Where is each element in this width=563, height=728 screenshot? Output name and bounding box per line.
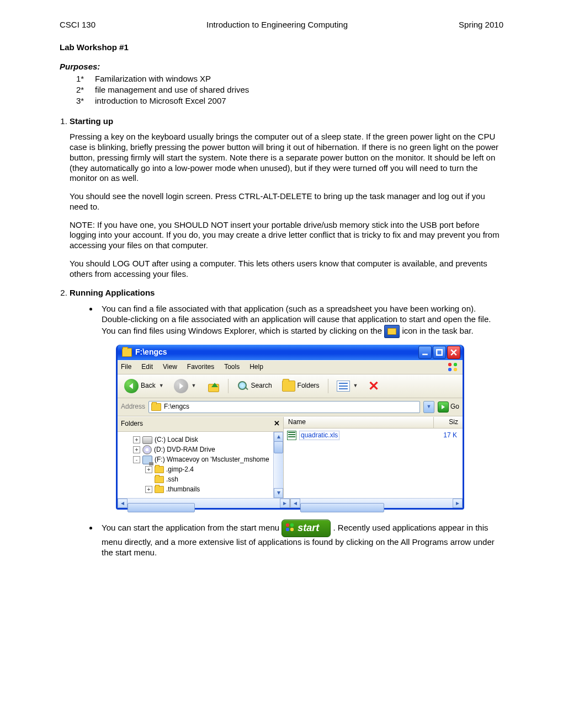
expand-icon[interactable]: + [145,486,152,493]
menu-view[interactable]: View [163,363,177,371]
tree-label: .thumbnails [166,485,200,494]
maximize-button[interactable] [433,346,446,359]
scroll-thumb[interactable] [300,503,384,512]
folder-icon [151,403,161,411]
folders-button[interactable]: Folders [279,379,323,393]
tree-item-thumbnails[interactable]: +.thumbnails [121,485,271,495]
bullet-text: You can start the application from the s… [102,523,282,532]
horizontal-scrollbar[interactable]: ◂ ▸ [118,498,290,508]
purpose-text: Familarization with windows XP [95,74,211,84]
folder-icon [155,486,164,493]
tree-label: .ssh [166,475,178,484]
explorer-window: F:\engcs File Edit View Favorites Tools [116,345,464,510]
up-folder-icon [206,379,220,393]
svg-rect-1 [437,350,442,355]
purposes-list: 1*Familarization with windows XP 2*file … [60,74,503,106]
scroll-right-icon[interactable]: ▸ [453,499,463,508]
menu-help[interactable]: Help [249,363,263,371]
chevron-down-icon[interactable]: ▼ [353,383,358,389]
menu-edit[interactable]: Edit [141,363,153,371]
chevron-down-icon[interactable]: ▼ [192,383,196,389]
back-button[interactable]: Back ▼ [121,377,167,395]
expand-icon[interactable]: + [133,446,140,453]
minimize-button[interactable] [418,346,432,359]
address-label: Address [121,403,145,411]
course-code: CSCI 130 [60,20,95,30]
paragraph: You should see the novell login screen. … [70,191,503,212]
tree-item-ssh[interactable]: .ssh [121,475,271,485]
start-menu-button[interactable]: start [282,520,331,538]
excel-file-icon [287,431,296,440]
purpose-num: 2* [76,85,95,95]
course-title: Introduction to Engineering Computing [206,20,348,30]
bullet-item: You can find a file associated with that… [98,304,503,510]
search-button[interactable]: Search [233,378,275,394]
tree-item-c[interactable]: +(C:) Local Disk [121,435,271,445]
file-name[interactable]: quadratic.xls [299,431,339,440]
folder-icon [155,476,164,483]
menubar: File Edit View Favorites Tools Help [118,360,463,374]
separator [228,379,229,393]
file-row[interactable]: quadratic.xls 17 K [287,431,459,441]
purpose-text: introduction to Microsoft Excel 2007 [95,96,226,106]
close-pane-icon[interactable]: ✕ [274,419,280,428]
vertical-scrollbar[interactable]: ▴ ▾ [273,432,283,498]
chevron-down-icon[interactable]: ▼ [159,383,164,389]
scroll-left-icon[interactable]: ◂ [290,499,300,508]
purpose-text: file management and use of shared drives [95,85,249,95]
scroll-down-icon[interactable]: ▾ [274,488,283,498]
tree-label: (D:) DVD-RAM Drive [154,446,215,454]
network-drive-icon [142,456,152,464]
bullet-text: icon in the task bar. [402,325,473,335]
menu-tools[interactable]: Tools [224,363,240,371]
page-header: CSCI 130 Introduction to Engineering Com… [60,20,503,30]
tree-item-d[interactable]: +(D:) DVD-RAM Drive [121,445,271,455]
chevron-down-icon: ▼ [427,404,432,410]
svg-rect-0 [422,354,428,355]
windows-flag-icon [447,362,459,372]
up-button[interactable] [203,378,223,394]
bullet-item: You can start the application from the s… [98,520,503,558]
disk-icon [142,436,152,444]
tree-label: (F:) Wmacevoy on 'Mscluster_mshome [155,456,269,464]
titlebar[interactable]: F:\engcs [118,345,463,360]
menu-favorites[interactable]: Favorites [187,363,214,371]
menu-file[interactable]: File [121,363,131,371]
col-size[interactable]: Siz [434,417,463,428]
address-input[interactable]: F:\engcs [148,401,420,413]
tree-item-f[interactable]: -(F:) Wmacevoy on 'Mscluster_mshome [121,455,271,465]
expand-icon[interactable]: + [145,466,152,473]
go-label: Go [450,403,459,411]
folders-pane-title: Folders [121,420,143,428]
address-bar: Address F:\engcs ▼ Go [118,398,463,416]
document-title: Lab Workshop #1 [60,42,503,53]
section-running-apps: Running Applications You can find a file… [70,288,503,558]
delete-button[interactable]: ✕ [365,376,383,396]
collapse-icon[interactable]: - [133,456,140,463]
col-name[interactable]: Name [284,417,434,428]
search-label: Search [251,382,272,390]
horizontal-scrollbar[interactable]: ◂ ▸ [290,498,463,508]
scroll-thumb[interactable] [274,441,283,453]
start-label: start [298,522,319,533]
expand-icon[interactable]: + [133,436,140,443]
forward-button[interactable]: ▼ [171,377,200,395]
tree-item-gimp[interactable]: +.gimp-2.4 [121,465,271,475]
folders-label: Folders [298,382,320,390]
scroll-right-icon[interactable]: ▸ [280,499,290,508]
folder-tree: +(C:) Local Disk +(D:) DVD-RAM Drive -(F… [118,432,273,498]
scroll-thumb[interactable] [128,503,195,512]
back-label: Back [141,382,156,390]
go-button[interactable]: Go [438,402,459,413]
section-starting-up: Starting up Pressing a key on the keyboa… [70,116,503,280]
folder-icon [122,348,132,357]
file-size: 17 K [443,431,459,440]
views-button[interactable]: ▼ [333,379,362,393]
scroll-left-icon[interactable]: ◂ [118,499,128,508]
toolbar: Back ▼ ▼ Search [118,374,463,398]
section-title: Starting up [70,116,113,126]
scroll-up-icon[interactable]: ▴ [274,432,283,442]
forward-arrow-icon [174,379,188,393]
address-dropdown[interactable]: ▼ [423,401,434,413]
close-button[interactable] [447,346,460,359]
